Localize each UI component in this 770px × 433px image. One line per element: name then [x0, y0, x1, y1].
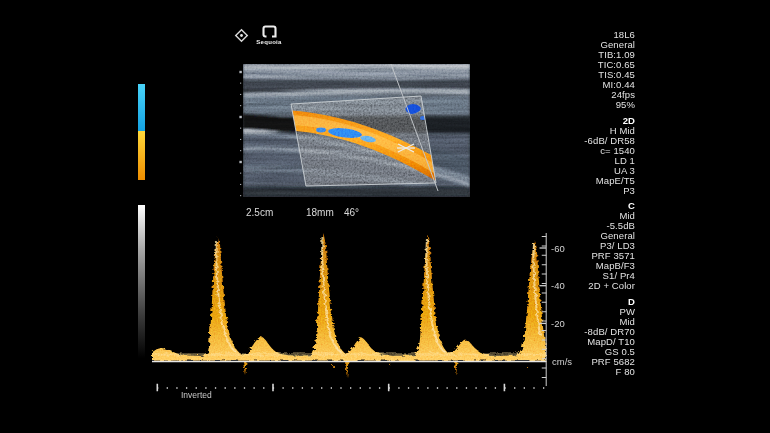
flow-away-bar: [138, 131, 145, 180]
depth-label: 2.5cm: [246, 207, 273, 218]
bmode-image: [232, 62, 474, 200]
param-line: P3: [525, 186, 635, 196]
velocity-unit-label: cm/s: [552, 356, 572, 367]
color-doppler-scale-bar: [138, 84, 145, 180]
timeline-ruler: [157, 388, 547, 389]
param-line: H Mid: [525, 126, 635, 136]
flow-toward-bar: [138, 84, 145, 131]
invert-status-label: Inverted: [181, 390, 212, 400]
velocity-tick-label: -20: [551, 318, 565, 329]
param-line: -6dB/ DR58: [525, 136, 635, 146]
param-line: 95%: [525, 100, 635, 110]
ultrasound-screen: { "device": { "logo_text": "Sequoia" }, …: [0, 0, 770, 433]
angle-label: 46°: [344, 207, 359, 218]
logo-text: Sequoia: [256, 39, 282, 45]
param-line: LD 1: [525, 156, 635, 166]
velocity-tick-label: -60: [551, 243, 565, 254]
section-header-2d: 2D: [525, 116, 635, 126]
spectral-doppler-display: [150, 225, 550, 400]
param-line: MapE/T5: [525, 176, 635, 186]
acuson-logo-icon: [262, 25, 277, 38]
velocity-tick-label: -40: [551, 280, 565, 291]
gate-length-label: 18mm: [306, 207, 334, 218]
depth-ruler: [239, 71, 241, 196]
grayscale-bar: [138, 205, 145, 358]
param-line: c= 1540: [525, 146, 635, 156]
acuson-sequoia-logo: Sequoia: [256, 25, 282, 45]
position-marker-icon: [233, 27, 250, 44]
doppler-waveform: [150, 228, 546, 378]
param-line: UA 3: [525, 166, 635, 176]
